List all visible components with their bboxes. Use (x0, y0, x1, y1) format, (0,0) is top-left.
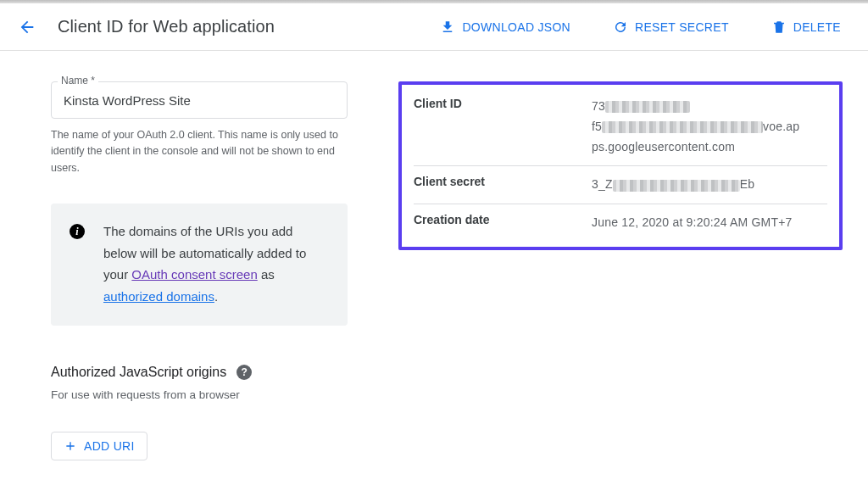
download-json-button[interactable]: DOWNLOAD JSON (430, 13, 581, 42)
client-id-row: Client ID 73 f5voe.ap ps.googleuserconte… (414, 88, 827, 166)
client-id-line2-suffix: voe.ap (763, 120, 799, 133)
creation-date-label: Creation date (414, 213, 592, 233)
js-origins-section: Authorized JavaScript origins ? For use … (51, 365, 348, 460)
client-id-value: 73 f5voe.ap ps.googleusercontent.com (592, 97, 827, 157)
page-title: Client ID for Web application (58, 17, 275, 36)
trash-icon (771, 20, 787, 35)
help-icon[interactable]: ? (236, 365, 252, 380)
js-origins-title: Authorized JavaScript origins (51, 365, 226, 380)
client-secret-prefix: 3_Z (592, 177, 613, 191)
left-column: Name * The name of your OAuth 2.0 client… (51, 81, 348, 460)
name-input[interactable] (51, 81, 348, 119)
domains-info-box: i The domains of the URIs you add below … (51, 204, 348, 326)
page-header: Client ID for Web application DOWNLOAD J… (0, 3, 868, 51)
reset-icon (613, 20, 628, 35)
client-id-prefix: 73 (592, 99, 605, 113)
info-text-post: . (214, 289, 218, 304)
credentials-box: Client ID 73 f5voe.ap ps.googleuserconte… (398, 81, 843, 250)
reset-secret-label: RESET SECRET (635, 20, 729, 34)
info-text-mid: as (258, 267, 275, 282)
name-field-wrap: Name * (51, 81, 348, 119)
redacted-strip (613, 180, 740, 192)
add-uri-button[interactable]: ADD URI (51, 432, 147, 460)
back-button[interactable] (17, 17, 37, 37)
info-icon: i (70, 224, 85, 239)
content: Name * The name of your OAuth 2.0 client… (0, 51, 868, 460)
domains-info-text: The domains of the URIs you add below wi… (103, 220, 329, 307)
add-uri-label: ADD URI (84, 439, 135, 453)
client-id-line2-prefix: f5 (592, 120, 602, 133)
client-secret-value: 3_ZEb (592, 175, 827, 195)
delete-label: DELETE (793, 20, 841, 34)
client-id-line3: ps.googleusercontent.com (592, 140, 735, 153)
creation-date-value: June 12, 2020 at 9:20:24 AM GMT+7 (592, 213, 827, 233)
name-field-help: The name of your OAuth 2.0 client. This … (51, 127, 348, 176)
client-secret-label: Client secret (414, 175, 592, 195)
client-id-label: Client ID (414, 97, 592, 157)
name-field-label: Name * (58, 75, 98, 86)
download-json-label: DOWNLOAD JSON (462, 20, 570, 34)
authorized-domains-link[interactable]: authorized domains (103, 289, 214, 304)
redacted-strip (602, 121, 763, 133)
redacted-strip (605, 101, 690, 113)
client-secret-suffix: Eb (740, 177, 755, 191)
arrow-left-icon (18, 18, 36, 36)
delete-button[interactable]: DELETE (761, 13, 851, 42)
client-secret-row: Client secret 3_ZEb (414, 166, 827, 204)
oauth-consent-screen-link[interactable]: OAuth consent screen (131, 267, 257, 282)
reset-secret-button[interactable]: RESET SECRET (603, 13, 739, 42)
right-column: Client ID 73 f5voe.ap ps.googleuserconte… (398, 81, 843, 460)
js-origins-subtitle: For use with requests from a browser (51, 388, 348, 401)
download-icon (440, 20, 455, 35)
creation-date-row: Creation date June 12, 2020 at 9:20:24 A… (414, 204, 827, 242)
plus-icon (64, 439, 77, 453)
